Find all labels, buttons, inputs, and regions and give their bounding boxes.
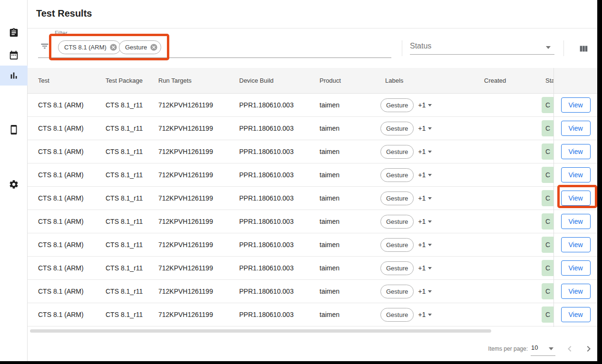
label-chip[interactable]: Gesture [380,215,414,229]
more-labels-expander[interactable]: +1 [418,194,432,202]
cell-test: CTS 8.1 (ARM) [38,241,106,249]
column-header-test[interactable]: Test [38,77,106,84]
cell-status: C [542,120,553,136]
cell-run-targets: 712KPVH1261199 [158,218,239,225]
more-labels-expander[interactable]: +1 [418,125,432,132]
previous-page-icon[interactable] [564,343,575,354]
table-row[interactable]: CTS 8.1 (ARM) CTS 8.1_r11 712KPVH1261199… [28,210,553,233]
sidebar-item-plans[interactable] [0,45,28,65]
column-header-created[interactable]: Created [484,77,542,84]
column-header-device-build[interactable]: Device Build [239,77,320,84]
cell-status: C [542,283,553,299]
action-cell: View [554,140,597,163]
more-labels-expander[interactable]: +1 [418,101,432,109]
close-icon[interactable] [150,43,158,51]
cell-test-package: CTS 8.1_r11 [106,171,158,179]
view-button[interactable]: View [561,191,591,206]
column-header-test-package[interactable]: Test Package [106,77,158,84]
label-chip[interactable]: Gesture [380,98,414,112]
divider [563,40,564,56]
table-row[interactable]: CTS 8.1 (ARM) CTS 8.1_r11 712KPVH1261199… [28,280,553,303]
top-bar: Test Results [28,0,597,29]
view-button[interactable]: View [561,121,591,136]
table-row[interactable]: CTS 8.1 (ARM) CTS 8.1_r11 712KPVH1261199… [28,94,553,117]
more-labels-expander[interactable]: +1 [418,311,432,318]
cell-status: C [542,307,553,323]
label-chip[interactable]: Gesture [380,308,414,322]
chevron-down-icon [428,314,432,316]
cell-status: C [542,167,553,183]
sidebar-item-tests[interactable] [0,23,28,43]
table-row[interactable]: CTS 8.1 (ARM) CTS 8.1_r11 712KPVH1261199… [28,233,553,257]
label-chip[interactable]: Gesture [380,261,414,275]
test-results-page: Test Results Filter CTS 8.1 (ARM) Gestur… [0,0,602,364]
cell-labels: Gesture +1 [380,192,484,205]
view-button[interactable]: View [561,167,591,182]
view-button[interactable]: View [561,260,591,276]
more-labels-count: +1 [418,171,426,179]
view-button[interactable]: View [561,144,591,159]
column-header-status[interactable]: Stat [542,77,553,84]
next-page-icon[interactable] [583,343,594,354]
filter-chip-cts[interactable]: CTS 8.1 (ARM) [58,40,121,54]
chevron-down-icon [546,46,551,49]
view-button[interactable]: View [561,307,591,322]
more-labels-expander[interactable]: +1 [418,264,432,272]
table-row[interactable]: CTS 8.1 (ARM) CTS 8.1_r11 712KPVH1261199… [28,257,553,280]
more-labels-expander[interactable]: +1 [418,241,432,249]
table-row[interactable]: CTS 8.1 (ARM) CTS 8.1_r11 712KPVH1261199… [28,163,553,187]
view-button[interactable]: View [561,97,591,113]
sidebar-item-test-results[interactable] [0,66,28,86]
cell-test: CTS 8.1 (ARM) [38,148,106,155]
label-chip[interactable]: Gesture [380,145,414,159]
cell-device-build: PPR1.180610.003 [239,287,320,295]
view-button[interactable]: View [561,284,591,299]
label-chip[interactable]: Gesture [380,238,414,252]
table-body: CTS 8.1 (ARM) CTS 8.1_r11 712KPVH1261199… [28,94,553,326]
table-row[interactable]: CTS 8.1 (ARM) CTS 8.1_r11 712KPVH1261199… [28,117,553,140]
cell-test-package: CTS 8.1_r11 [106,194,158,202]
table-row[interactable]: CTS 8.1 (ARM) CTS 8.1_r11 712KPVH1261199… [28,187,553,210]
more-labels-expander[interactable]: +1 [418,287,432,295]
cell-device-build: PPR1.180610.003 [239,171,320,179]
cell-test: CTS 8.1 (ARM) [38,218,106,225]
view-columns-icon[interactable] [578,44,589,54]
label-chip[interactable]: Gesture [380,168,414,182]
more-labels-expander[interactable]: +1 [418,171,432,179]
cell-labels: Gesture +1 [380,238,484,252]
more-labels-expander[interactable]: +1 [418,218,432,225]
sidebar-item-devices[interactable] [0,120,28,140]
label-chip[interactable]: Gesture [380,192,414,205]
action-column-header [554,68,597,94]
status-badge: C [542,283,553,299]
more-labels-count: +1 [418,311,426,318]
cell-test: CTS 8.1 (ARM) [38,171,106,179]
close-icon[interactable] [109,43,117,51]
column-header-product[interactable]: Product [320,77,380,84]
cell-status: C [542,190,553,206]
cell-test-package: CTS 8.1_r11 [106,264,158,272]
label-chip[interactable]: Gesture [380,122,414,135]
view-button[interactable]: View [561,237,591,252]
table-row[interactable]: CTS 8.1 (ARM) CTS 8.1_r11 712KPVH1261199… [28,140,553,163]
filter-input-underline [38,57,391,58]
view-button[interactable]: View [561,214,591,229]
column-header-labels[interactable]: Labels [380,77,484,84]
cell-run-targets: 712KPVH1261199 [158,171,239,179]
action-cell: View [554,233,597,257]
cell-run-targets: 712KPVH1261199 [158,311,239,318]
column-header-run-targets[interactable]: Run Targets [158,77,239,84]
filter-icon[interactable] [40,41,49,51]
items-per-page-value[interactable]: 10 [531,344,538,351]
filter-chip-gesture[interactable]: Gesture [119,40,161,54]
cell-run-targets: 712KPVH1261199 [158,125,239,132]
action-cell: View [554,187,597,210]
label-chip[interactable]: Gesture [380,285,414,298]
sidebar-item-settings[interactable] [0,174,28,194]
cell-product: taimen [320,101,380,109]
status-select[interactable]: Status [410,42,554,55]
chevron-down-icon[interactable] [549,347,553,350]
horizontal-scrollbar[interactable] [30,329,491,333]
more-labels-expander[interactable]: +1 [418,148,432,155]
table-row[interactable]: CTS 8.1 (ARM) CTS 8.1_r11 712KPVH1261199… [28,303,553,326]
